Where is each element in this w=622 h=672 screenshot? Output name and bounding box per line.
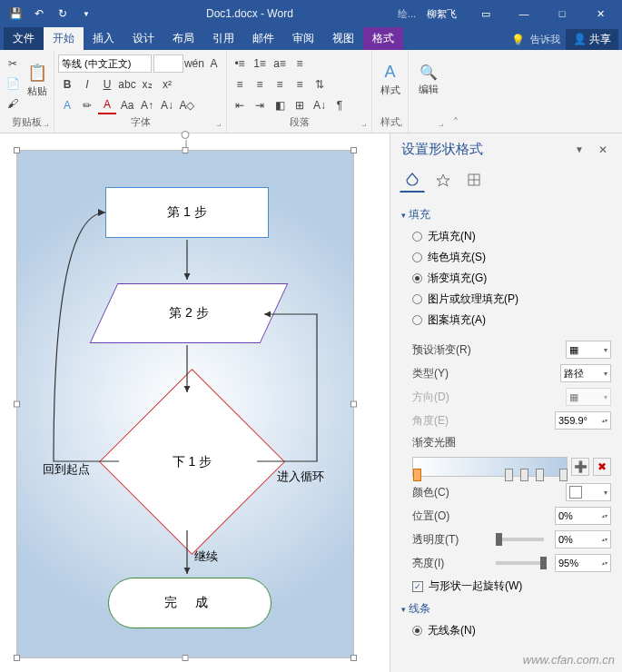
resize-handle[interactable] [350, 147, 357, 153]
ruby-button[interactable]: wén [185, 54, 203, 73]
align-dist-button[interactable]: ≡ [291, 54, 309, 73]
flowchart-step1[interactable]: 第 1 步 [105, 187, 269, 238]
font-size-combo[interactable] [153, 54, 183, 73]
gradient-stop[interactable] [505, 469, 513, 481]
gradient-stop[interactable] [559, 469, 568, 481]
redo-button[interactable]: ↻ [53, 4, 73, 24]
bold-button[interactable]: B [58, 75, 76, 94]
tab-format[interactable]: 格式 [363, 27, 403, 50]
add-stop-button[interactable]: ➕ [571, 458, 589, 476]
stop-position-input[interactable]: 0% [555, 507, 611, 525]
minimize-button[interactable]: — [506, 2, 542, 25]
gradient-stops-bar[interactable] [412, 457, 568, 477]
tab-view[interactable]: 视图 [323, 27, 363, 50]
tab-design[interactable]: 设计 [123, 27, 163, 50]
layout-tab[interactable] [461, 167, 487, 193]
close-button[interactable]: ✕ [582, 2, 618, 25]
tab-mail[interactable]: 邮件 [243, 27, 283, 50]
gradient-angle-input[interactable]: 359.9° [555, 411, 611, 430]
pane-menu-button[interactable]: ▼ [569, 143, 589, 156]
pane-close-button[interactable]: ✕ [595, 142, 611, 158]
gradient-stop[interactable] [413, 469, 421, 481]
fill-pattern-radio[interactable]: 图案填充(A) [401, 310, 611, 331]
shrink-font-button[interactable]: A↓ [158, 96, 176, 114]
maximize-button[interactable]: □ [544, 2, 580, 25]
save-button[interactable]: 💾 [5, 4, 25, 24]
brightness-slider[interactable] [496, 561, 544, 565]
fill-section-header[interactable]: 填充 [401, 203, 611, 226]
multilevel-button[interactable]: a≡ [271, 54, 289, 73]
flowchart-decision[interactable]: 下 1 步 [99, 369, 285, 555]
italic-button[interactable]: I [78, 75, 96, 94]
drawing-canvas-selection[interactable]: 第 1 步 第 2 步 下 1 步 完 成 回到起点 进入循环 继续 [16, 150, 354, 658]
resize-handle[interactable] [14, 147, 20, 153]
paste-button[interactable]: 📋 粘贴 [24, 52, 50, 108]
effects-tab[interactable] [430, 167, 456, 193]
document-canvas[interactable]: 第 1 步 第 2 步 下 1 步 完 成 回到起点 进入循环 继续 [0, 133, 390, 672]
ribbon-display-button[interactable]: ▭ [468, 2, 504, 25]
qat-customize-button[interactable]: ▼ [76, 4, 96, 24]
share-button[interactable]: 👤 共享 [566, 29, 618, 50]
transparency-slider[interactable] [496, 538, 544, 541]
indent-inc-button[interactable]: ⇥ [251, 96, 269, 114]
shading-button[interactable]: ◧ [271, 96, 289, 114]
resize-handle[interactable] [350, 655, 357, 661]
sort-button[interactable]: A↓ [311, 96, 329, 114]
undo-button[interactable]: ↶ [29, 4, 49, 24]
brightness-input[interactable]: 95% [555, 554, 611, 572]
rotate-with-shape-checkbox[interactable]: ✓与形状一起旋转(W) [401, 575, 611, 598]
tab-insert[interactable]: 插入 [84, 27, 123, 50]
line-spacing-button[interactable]: ⇅ [311, 75, 329, 94]
tell-me-input[interactable]: 告诉我 [530, 33, 560, 46]
fill-none-radio[interactable]: 无填充(N) [401, 226, 611, 247]
char-border-button[interactable]: A [205, 54, 222, 73]
align-left-button[interactable]: ≡ [231, 75, 249, 94]
borders-button[interactable]: ⊞ [291, 96, 309, 114]
font-name-combo[interactable]: 等线 (中文正文) [58, 54, 152, 73]
collapse-ribbon-button[interactable]: ˄ [449, 50, 463, 133]
copy-button[interactable]: 📄 [4, 74, 22, 93]
format-painter-button[interactable]: 🖌 [4, 94, 22, 113]
align-right-button[interactable]: ≡ [271, 75, 289, 94]
tab-layout[interactable]: 布局 [163, 27, 203, 50]
highlight-button[interactable]: ✏ [78, 96, 96, 114]
underline-button[interactable]: U [98, 75, 116, 94]
tab-file[interactable]: 文件 [4, 27, 44, 50]
tab-references[interactable]: 引用 [203, 27, 243, 50]
rotation-handle[interactable] [182, 131, 190, 139]
gradient-stop[interactable] [536, 469, 544, 481]
grow-font-button[interactable]: A↑ [138, 96, 156, 114]
show-marks-button[interactable]: ¶ [331, 96, 349, 114]
resize-handle[interactable] [14, 401, 20, 408]
bullets-button[interactable]: •≡ [231, 54, 249, 73]
clear-format-button[interactable]: A◇ [178, 96, 196, 114]
text-effects-button[interactable]: A [58, 96, 76, 114]
gradient-stop[interactable] [520, 469, 528, 481]
remove-stop-button[interactable]: ✖ [593, 458, 611, 476]
editing-button[interactable]: 🔍 编辑 [412, 52, 445, 108]
resize-handle[interactable] [14, 655, 20, 661]
strike-button[interactable]: abc [118, 75, 136, 94]
gradient-type-dropdown[interactable]: 路径 [560, 364, 611, 382]
flowchart-done[interactable]: 完 成 [108, 578, 272, 628]
fill-picture-radio[interactable]: 图片或纹理填充(P) [401, 289, 611, 310]
subscript-button[interactable]: x₂ [138, 75, 156, 94]
indent-dec-button[interactable]: ⇤ [231, 96, 249, 114]
resize-handle[interactable] [183, 147, 189, 153]
tab-home[interactable]: 开始 [44, 27, 84, 50]
cut-button[interactable]: ✂ [4, 54, 22, 73]
line-section-header[interactable]: 线条 [401, 598, 611, 620]
stop-color-dropdown[interactable] [566, 483, 611, 501]
font-color-button[interactable]: A [98, 96, 116, 114]
superscript-button[interactable]: x² [158, 75, 176, 94]
tab-review[interactable]: 审阅 [283, 27, 323, 50]
fill-solid-radio[interactable]: 纯色填充(S) [401, 247, 611, 268]
resize-handle[interactable] [350, 401, 357, 408]
transparency-input[interactable]: 0% [555, 530, 611, 548]
resize-handle[interactable] [183, 655, 189, 661]
align-center-button[interactable]: ≡ [251, 75, 269, 94]
char-shading-button[interactable]: Aa [118, 96, 136, 114]
fill-line-tab[interactable] [400, 167, 425, 193]
numbering-button[interactable]: 1≡ [251, 54, 269, 73]
styles-button[interactable]: A 样式 [376, 52, 404, 108]
